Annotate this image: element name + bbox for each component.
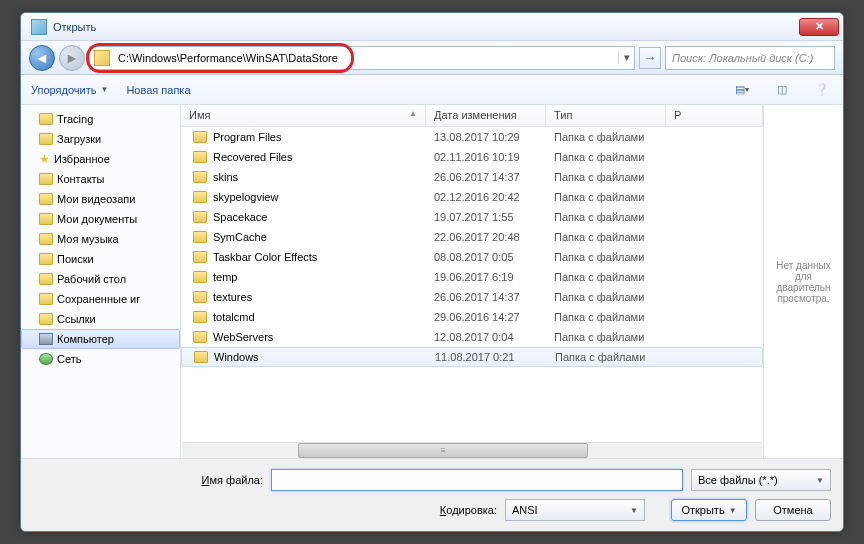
- file-row[interactable]: SymCache22.06.2017 20:48Папка с файлами: [181, 227, 763, 247]
- tree-item[interactable]: Контакты: [21, 169, 180, 189]
- file-row[interactable]: Windows11.08.2017 0:21Папка с файлами: [181, 347, 763, 367]
- file-type: Папка с файлами: [546, 131, 666, 143]
- go-button[interactable]: →: [639, 47, 661, 69]
- folder-icon: [193, 251, 207, 263]
- tree-item[interactable]: Ссылки: [21, 309, 180, 329]
- file-row[interactable]: Taskbar Color Effects08.08.2017 0:05Папк…: [181, 247, 763, 267]
- col-type: Тип: [546, 105, 666, 126]
- tree-label: Компьютер: [57, 333, 114, 345]
- tree-label: Сохраненные иг: [57, 293, 140, 305]
- file-date: 08.08.2017 0:05: [426, 251, 546, 263]
- filetype-combo[interactable]: Все файлы (*.*)▼: [691, 469, 831, 491]
- folder-icon: [193, 271, 207, 283]
- open-button[interactable]: Открыть ▼: [671, 499, 747, 521]
- file-name: skypelogview: [213, 191, 278, 203]
- scrollbar-thumb[interactable]: ≡: [298, 443, 588, 458]
- new-folder-button[interactable]: Новая папка: [126, 84, 190, 96]
- file-date: 19.07.2017 1:55: [426, 211, 546, 223]
- col-date: Дата изменения: [426, 105, 546, 126]
- file-row[interactable]: totalcmd29.06.2016 14:27Папка с файлами: [181, 307, 763, 327]
- preview-pane: Нет данных для дварительн просмотра.: [763, 105, 843, 458]
- window-title: Открыть: [53, 21, 799, 33]
- file-row[interactable]: temp19.06.2017 6:19Папка с файлами: [181, 267, 763, 287]
- app-icon: [31, 19, 47, 35]
- view-options-icon[interactable]: ▤ ▾: [731, 80, 753, 100]
- tree-item[interactable]: Поиски: [21, 249, 180, 269]
- preview-pane-icon[interactable]: ◫: [771, 80, 793, 100]
- column-headers[interactable]: Имя▲ Дата изменения Тип Р: [181, 105, 763, 127]
- nav-tree[interactable]: TracingЗагрузки★ИзбранноеКонтактыМои вид…: [21, 105, 181, 458]
- filename-label-text: мя файла:: [210, 474, 263, 486]
- tree-label: Мои видеозапи: [57, 193, 135, 205]
- file-name: Taskbar Color Effects: [213, 251, 317, 263]
- tree-label: Поиски: [57, 253, 94, 265]
- folder-icon: [39, 113, 53, 125]
- folder-icon: [193, 231, 207, 243]
- file-row[interactable]: WebServers12.08.2017 0:04Папка с файлами: [181, 327, 763, 347]
- file-row[interactable]: Recovered Files02.11.2016 10:19Папка с ф…: [181, 147, 763, 167]
- file-row[interactable]: Program Files13.08.2017 10:29Папка с фай…: [181, 127, 763, 147]
- col-size: Р: [666, 105, 763, 126]
- search-input[interactable]: Поиск: Локальный диск (C:): [665, 46, 835, 70]
- file-type: Папка с файлами: [546, 331, 666, 343]
- network-icon: [39, 353, 53, 365]
- tree-item[interactable]: Мои видеозапи: [21, 189, 180, 209]
- file-row[interactable]: skypelogview02.12.2016 20:42Папка с файл…: [181, 187, 763, 207]
- file-row[interactable]: Spacekace19.07.2017 1:55Папка с файлами: [181, 207, 763, 227]
- file-date: 02.11.2016 10:19: [426, 151, 546, 163]
- folder-icon: [193, 151, 207, 163]
- file-name: textures: [213, 291, 252, 303]
- folder-icon: [194, 351, 208, 363]
- tree-item[interactable]: Рабочий стол: [21, 269, 180, 289]
- address-bar[interactable]: C:\Windows\Performance\WinSAT\DataStore …: [89, 46, 635, 70]
- address-text[interactable]: C:\Windows\Performance\WinSAT\DataStore: [114, 52, 618, 64]
- folder-icon: [193, 311, 207, 323]
- folder-icon: [193, 171, 207, 183]
- back-button[interactable]: ◄: [29, 45, 55, 71]
- close-button[interactable]: ✕: [799, 18, 839, 36]
- tree-label: Избранное: [54, 153, 110, 165]
- folder-icon: [39, 213, 53, 225]
- tree-item[interactable]: ★Избранное: [21, 149, 180, 169]
- file-type: Папка с файлами: [547, 351, 667, 363]
- folder-icon: [39, 233, 53, 245]
- file-row[interactable]: textures26.06.2017 14:37Папка с файлами: [181, 287, 763, 307]
- organize-button[interactable]: Упорядочить▼: [31, 84, 108, 96]
- file-date: 02.12.2016 20:42: [426, 191, 546, 203]
- file-date: 19.06.2017 6:19: [426, 271, 546, 283]
- content: TracingЗагрузки★ИзбранноеКонтактыМои вид…: [21, 105, 843, 459]
- tree-item[interactable]: Загрузки: [21, 129, 180, 149]
- toolbar: Упорядочить▼ Новая папка ▤ ▾ ◫ ❔: [21, 75, 843, 105]
- filename-label: Имя файла:: [33, 474, 263, 486]
- sort-indicator-icon: ▲: [409, 109, 417, 122]
- tree-label: Рабочий стол: [57, 273, 126, 285]
- file-type: Папка с файлами: [546, 151, 666, 163]
- open-dialog: Открыть ✕ ◄ ► C:\Windows\Performance\Win…: [20, 12, 844, 532]
- tree-label: Tracing: [57, 113, 93, 125]
- tree-label: Ссылки: [57, 313, 96, 325]
- cancel-button[interactable]: Отмена: [755, 499, 831, 521]
- tree-item[interactable]: Компьютер: [21, 329, 180, 349]
- folder-icon: [193, 131, 207, 143]
- filename-input[interactable]: [271, 469, 683, 491]
- file-type: Папка с файлами: [546, 311, 666, 323]
- folder-icon: [39, 133, 53, 145]
- encoding-combo[interactable]: ANSI▼: [505, 499, 645, 521]
- address-dropdown-icon[interactable]: ▾: [618, 51, 634, 64]
- file-type: Папка с файлами: [546, 171, 666, 183]
- folder-icon: [39, 313, 53, 325]
- horizontal-scrollbar[interactable]: ≡: [182, 442, 762, 458]
- folder-icon: [193, 211, 207, 223]
- tree-item[interactable]: Мои документы: [21, 209, 180, 229]
- file-list[interactable]: Program Files13.08.2017 10:29Папка с фай…: [181, 127, 763, 442]
- folder-icon: [193, 331, 207, 343]
- tree-item[interactable]: Tracing: [21, 109, 180, 129]
- help-icon[interactable]: ❔: [811, 80, 833, 100]
- tree-item[interactable]: Сеть: [21, 349, 180, 369]
- tree-item[interactable]: Моя музыка: [21, 229, 180, 249]
- file-row[interactable]: skins26.06.2017 14:37Папка с файлами: [181, 167, 763, 187]
- tree-item[interactable]: Сохраненные иг: [21, 289, 180, 309]
- folder-icon: [39, 293, 53, 305]
- file-date: 12.08.2017 0:04: [426, 331, 546, 343]
- forward-button[interactable]: ►: [59, 45, 85, 71]
